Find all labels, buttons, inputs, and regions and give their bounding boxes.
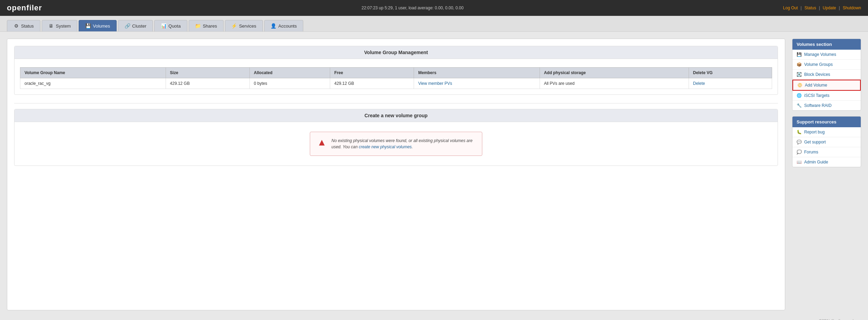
tab-accounts[interactable]: 👤 Accounts xyxy=(264,20,303,31)
add-volume-icon: 📀 xyxy=(797,83,802,88)
warning-text-part2: . xyxy=(412,144,413,149)
section-divider xyxy=(14,103,778,103)
sidebar-item-admin-guide[interactable]: 📖 Admin Guide xyxy=(792,157,861,167)
tab-system-label: System xyxy=(56,23,71,29)
sidebar-item-get-support[interactable]: 💬 Get support xyxy=(792,137,861,147)
tab-volumes[interactable]: 💾 Volumes xyxy=(79,20,117,31)
logout-link[interactable]: Log Out xyxy=(783,6,798,10)
tab-system[interactable]: 🖥 System xyxy=(42,20,77,31)
quota-tab-icon: 📊 xyxy=(161,23,166,29)
vg-size-cell: 429.12 GB xyxy=(166,78,249,89)
col-free: Free xyxy=(330,68,414,78)
table-row: oracle_rac_vg 429.12 GB 0 bytes 429.12 G… xyxy=(20,78,772,89)
tab-volumes-label: Volumes xyxy=(93,23,110,29)
forums-label: Forums xyxy=(804,150,818,154)
status-tab-icon: ⚙ xyxy=(13,23,19,29)
manage-volumes-icon: 💾 xyxy=(797,52,801,57)
sidebar-volumes-section: Volumes section 💾 Manage Volumes 📦 Volum… xyxy=(792,39,861,111)
vg-allocated-cell: 0 bytes xyxy=(249,78,330,89)
create-volume-group-section: Create a new volume group ▲ No existing … xyxy=(14,109,778,166)
admin-guide-label: Admin Guide xyxy=(804,160,828,164)
tab-status[interactable]: ⚙ Status xyxy=(7,20,40,31)
iscsi-targets-icon: 🌐 xyxy=(797,93,801,98)
report-bug-icon: 🐛 xyxy=(797,130,801,134)
get-support-icon: 💬 xyxy=(797,140,801,144)
tab-shares-label: Shares xyxy=(203,23,217,29)
tab-accounts-label: Accounts xyxy=(278,23,297,29)
header-status-text: 22:07:23 up 5:29, 1 user, load average: … xyxy=(42,6,783,10)
sidebar-item-block-devices[interactable]: 💽 Block Devices xyxy=(792,70,861,80)
col-members: Members xyxy=(414,68,540,78)
main-layout: Volume Group Management Volume Group Nam… xyxy=(0,32,868,317)
tab-cluster[interactable]: 🔗 Cluster xyxy=(118,20,153,31)
volume-group-management-body: Volume Group Name Size Allocated Free Me… xyxy=(14,59,778,94)
vg-add-storage-cell: All PVs are used xyxy=(540,78,689,89)
shutdown-link[interactable]: Shutdown xyxy=(843,6,861,10)
col-delete-vg: Delete VG xyxy=(689,68,772,78)
software-raid-label: Software RAID xyxy=(804,103,831,108)
volume-group-management-section: Volume Group Management Volume Group Nam… xyxy=(14,46,778,95)
vg-delete-cell[interactable]: Delete xyxy=(689,78,772,89)
cluster-tab-icon: 🔗 xyxy=(125,23,130,29)
delete-vg-link[interactable]: Delete xyxy=(693,81,705,86)
sidebar-item-software-raid[interactable]: 🔧 Software RAID xyxy=(792,101,861,110)
add-volume-label: Add Volume xyxy=(805,83,827,88)
header-actions: Log Out | Status | Update | Shutdown xyxy=(783,6,861,10)
get-support-label: Get support xyxy=(804,140,826,144)
report-bug-label: Report bug xyxy=(804,130,825,134)
tab-status-label: Status xyxy=(21,23,34,29)
tab-quota[interactable]: 📊 Quota xyxy=(154,20,187,31)
forums-icon: 💭 xyxy=(797,150,801,154)
col-allocated: Allocated xyxy=(249,68,330,78)
vg-members-cell[interactable]: View member PVs xyxy=(414,78,540,89)
accounts-tab-icon: 👤 xyxy=(271,23,276,29)
sidebar-item-forums[interactable]: 💭 Forums xyxy=(792,147,861,157)
volumes-tab-icon: 💾 xyxy=(85,23,91,29)
sidebar-item-report-bug[interactable]: 🐛 Report bug xyxy=(792,127,861,137)
col-vg-name: Volume Group Name xyxy=(20,68,166,78)
volume-group-table: Volume Group Name Size Allocated Free Me… xyxy=(20,67,772,89)
warning-icon: ▲ xyxy=(317,138,327,147)
footer: CSDN @sqlboy-yuzheng xyxy=(0,317,868,320)
col-size: Size xyxy=(166,68,249,78)
warning-box: ▲ No existing physical volumes were foun… xyxy=(310,132,482,156)
sidebar-item-add-volume[interactable]: 📀 Add Volume xyxy=(792,80,861,91)
tab-services[interactable]: ⚡ Services xyxy=(225,20,263,31)
view-member-pvs-link[interactable]: View member PVs xyxy=(418,81,452,86)
footer-text: CSDN @sqlboy-yuzheng xyxy=(819,319,861,320)
vg-name-cell: oracle_rac_vg xyxy=(20,78,166,89)
update-link[interactable]: Update xyxy=(823,6,836,10)
tab-quota-label: Quota xyxy=(168,23,180,29)
sidebar-item-volume-groups[interactable]: 📦 Volume Groups xyxy=(792,60,861,70)
services-tab-icon: ⚡ xyxy=(231,23,237,29)
sidebar-volumes-title: Volumes section xyxy=(792,39,861,50)
tab-shares[interactable]: 📁 Shares xyxy=(189,20,224,31)
sidebar-support-section: Support resources 🐛 Report bug 💬 Get sup… xyxy=(792,116,861,167)
tab-cluster-label: Cluster xyxy=(132,23,146,29)
sidebar-support-title: Support resources xyxy=(792,117,861,127)
iscsi-targets-label: iSCSI Targets xyxy=(804,93,829,98)
nav-bar: ⚙ Status 🖥 System 💾 Volumes 🔗 Cluster 📊 … xyxy=(0,16,868,32)
status-header-link[interactable]: Status xyxy=(805,6,816,10)
software-raid-icon: 🔧 xyxy=(797,103,801,108)
tab-services-label: Services xyxy=(239,23,256,29)
sidebar: Volumes section 💾 Manage Volumes 📦 Volum… xyxy=(792,39,861,310)
volume-groups-icon: 📦 xyxy=(797,62,801,67)
block-devices-icon: 💽 xyxy=(797,72,801,77)
header: openfiler 22:07:23 up 5:29, 1 user, load… xyxy=(0,0,868,16)
manage-volumes-label: Manage Volumes xyxy=(804,52,836,57)
shares-tab-icon: 📁 xyxy=(195,23,201,29)
col-add-storage: Add physical storage xyxy=(540,68,689,78)
create-physical-volumes-link[interactable]: create new physical volumes xyxy=(359,144,412,149)
volume-groups-label: Volume Groups xyxy=(804,62,833,67)
admin-guide-icon: 📖 xyxy=(797,160,801,164)
sidebar-item-manage-volumes[interactable]: 💾 Manage Volumes xyxy=(792,50,861,60)
volume-group-management-title: Volume Group Management xyxy=(14,46,778,59)
logo: openfiler xyxy=(7,3,42,12)
vg-free-cell: 429.12 GB xyxy=(330,78,414,89)
system-tab-icon: 🖥 xyxy=(48,23,54,29)
warning-message: No existing physical volumes were found,… xyxy=(332,138,475,150)
sidebar-item-iscsi-targets[interactable]: 🌐 iSCSI Targets xyxy=(792,91,861,101)
create-volume-group-title: Create a new volume group xyxy=(14,109,778,122)
block-devices-label: Block Devices xyxy=(804,72,830,77)
